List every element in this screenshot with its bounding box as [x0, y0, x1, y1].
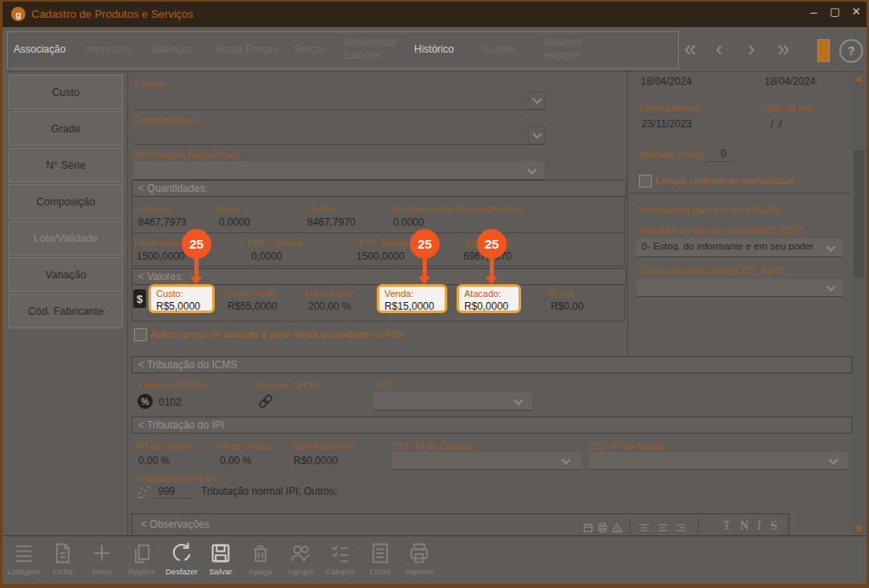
- atacado-pdv-checkbox-label: Aplicar preço de atacado a partir desta …: [150, 329, 405, 339]
- caracteristicas-field[interactable]: [134, 144, 544, 145]
- sidebar-item-variacao[interactable]: Variação: [8, 257, 123, 292]
- nav-first-icon[interactable]: «: [684, 37, 696, 59]
- tab-historico[interactable]: Histórico: [414, 43, 454, 55]
- tab-movimentar-estoque[interactable]: Movimentar Estoque: [344, 36, 405, 62]
- valores-section-header[interactable]: < Valores:: [132, 268, 626, 285]
- printer-small-icon[interactable]: [597, 522, 608, 534]
- vida-util-label: Vida útil até:: [762, 103, 813, 113]
- validade-dias-underline: [706, 161, 733, 162]
- atacado-value[interactable]: R$0,0000: [459, 300, 519, 312]
- valores-box-right: [625, 284, 625, 321]
- chevron-down-icon: [826, 282, 835, 291]
- ipi-section-header[interactable]: < Tributação do IPI: [132, 417, 852, 434]
- maximize-button[interactable]: ▢: [826, 5, 844, 24]
- callout-arrow-stem: [194, 257, 199, 277]
- icms-section-header[interactable]: < Tributação do ICMS: [132, 356, 852, 373]
- tab-precos[interactable]: Preços: [294, 43, 326, 55]
- toolbar-novo-button[interactable]: Novo: [83, 541, 121, 576]
- sidebar-item-lote-validade[interactable]: Lote/Validade: [8, 221, 123, 255]
- sidebar-item-grade[interactable]: Grade: [8, 111, 123, 146]
- sparkle-dots-icon[interactable]: [135, 483, 152, 500]
- quantidades-section-header[interactable]: < Quantidades:: [132, 180, 626, 197]
- preco-alterado-value: 23/11/2023: [642, 118, 692, 130]
- toolbar-imprime-button[interactable]: Imprime: [401, 541, 438, 576]
- sidebar-item-cod-fabricante[interactable]: Cód. Fabricante: [8, 294, 123, 328]
- caracteristicas-dropdown-button[interactable]: [528, 126, 546, 144]
- warning-icon[interactable]: [611, 522, 623, 534]
- sidebar-item-composicao[interactable]: Composição: [8, 184, 123, 219]
- fcp-dropdown[interactable]: [373, 392, 532, 411]
- minimize-button[interactable]: –: [805, 4, 823, 23]
- save-icon: [209, 541, 233, 565]
- calendar-icon[interactable]: [582, 522, 594, 534]
- printer-icon: [407, 541, 431, 565]
- vida-util-value: / /: [771, 118, 782, 130]
- cst-ipi-venda-label: CST IPI de Venda:: [589, 441, 666, 451]
- strikethrough-button[interactable]: S: [771, 519, 777, 533]
- nav-prev-icon[interactable]: ‹: [715, 37, 723, 59]
- tab-associacao[interactable]: Associação: [14, 43, 65, 55]
- scroll-up-icon[interactable]: [855, 76, 863, 81]
- venda-label: Venda:: [379, 287, 445, 300]
- ped-compra-value: 0,0000: [251, 250, 283, 262]
- sidebar-item-custo[interactable]: Custo: [8, 75, 123, 109]
- toolbar-salvar-button[interactable]: Salvar: [202, 541, 239, 576]
- document-list-icon: [368, 541, 392, 565]
- toolbar-ficha-button[interactable]: Ficha: [44, 541, 81, 576]
- atacado-pdv-checkbox[interactable]: [134, 328, 147, 341]
- toolbar-desfazer-button[interactable]: Desfazer: [163, 541, 200, 576]
- cst-ipi-compra-dropdown[interactable]: [391, 452, 581, 470]
- custo-value[interactable]: R$5,0000: [151, 300, 212, 312]
- tab-busca-precos[interactable]: Busca Preços: [215, 43, 278, 55]
- familia-dropdown-button[interactable]: [528, 92, 546, 109]
- toolbar-apaga-button[interactable]: Apaga: [242, 541, 279, 576]
- bold-button[interactable]: N: [740, 519, 748, 533]
- venda-field-highlight[interactable]: Venda: R$15,0000: [377, 284, 447, 313]
- sidebar-item-nserie[interactable]: N° Série: [8, 148, 123, 182]
- cst-ipi-venda-dropdown[interactable]: [589, 452, 849, 470]
- close-button[interactable]: ✕: [847, 5, 866, 24]
- currency-icon[interactable]: $: [133, 289, 146, 308]
- toolbar-listagem-button[interactable]: Listagem: [5, 541, 42, 576]
- toolbar-agrupa-button[interactable]: Agrupa: [282, 541, 319, 576]
- italic-button[interactable]: I: [757, 519, 761, 533]
- nfe-label: NF-e/Gerencial não autorizadas:: [389, 204, 524, 214]
- toolbar-campos-button[interactable]: Campos: [322, 541, 359, 576]
- observacoes-section-header[interactable]: < Observações: [141, 518, 210, 530]
- tab-balanco-estoque[interactable]: Balanço estoque: [544, 36, 593, 62]
- venda-value[interactable]: R$15,0000: [379, 300, 445, 312]
- nav-last-icon[interactable]: »: [777, 37, 789, 59]
- chevron-down-icon: [561, 455, 570, 464]
- cod-part-dropdown[interactable]: [636, 279, 843, 297]
- lote-validade-checkbox[interactable]: [639, 175, 652, 188]
- plus-icon: [90, 541, 114, 565]
- nav-next-icon[interactable]: ›: [748, 37, 755, 59]
- toolbar-listas-button[interactable]: Listas: [362, 541, 399, 576]
- link-icon[interactable]: [256, 392, 275, 411]
- ideal-label: Ideal:: [216, 204, 239, 214]
- help-button[interactable]: ?: [839, 39, 863, 63]
- tab-ajustes[interactable]: Ajustes: [482, 43, 515, 55]
- scrollbar-thumb[interactable]: [854, 150, 864, 277]
- ipi-compra-value: 0,00 %: [138, 455, 170, 467]
- ind-est-dropdown[interactable]: 0- Estoq. do informante e em seu poder: [636, 238, 843, 257]
- scroll-down-icon[interactable]: [855, 526, 863, 532]
- lucro-bruto-label: Lucro bruto:: [305, 288, 355, 298]
- align-right-icon[interactable]: [674, 522, 687, 534]
- origem-csosn-value[interactable]: 0102: [159, 396, 182, 408]
- align-left-icon[interactable]: [638, 522, 652, 534]
- font-face-button[interactable]: T: [723, 519, 731, 533]
- nutricionais-dropdown[interactable]: [134, 161, 544, 180]
- toolbar-replica-button[interactable]: Replica: [123, 541, 160, 576]
- custo-field-highlight[interactable]: Custo: R$5,0000: [149, 284, 215, 313]
- align-center-icon[interactable]: [656, 522, 670, 534]
- tab-impressos[interactable]: Impressos: [85, 43, 132, 55]
- atacado-field-highlight[interactable]: Atacado: R$0,0000: [457, 284, 521, 313]
- enquadramento-codigo[interactable]: 999: [158, 485, 175, 497]
- validade-dias-value[interactable]: 0: [720, 148, 726, 160]
- familia-field[interactable]: [134, 109, 544, 110]
- tab-balancas[interactable]: Balanças: [151, 43, 193, 55]
- scrollbar-track[interactable]: [852, 72, 866, 535]
- undo-icon: [170, 541, 193, 565]
- date-left: 18/04/2024: [641, 76, 692, 87]
